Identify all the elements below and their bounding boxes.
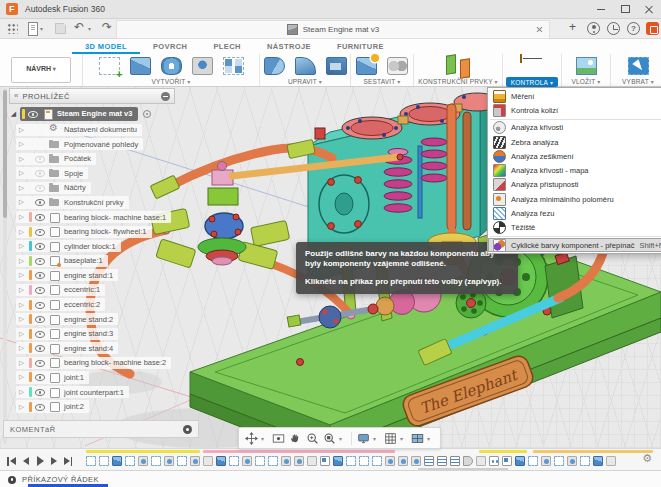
- zoom-icon[interactable]: [305, 431, 320, 446]
- create-group-label[interactable]: VYTVOŘIT: [151, 78, 190, 85]
- insert-group-label[interactable]: VLOŽIT: [571, 78, 600, 85]
- visibility-eye-icon[interactable]: [35, 357, 46, 368]
- expand-arrow[interactable]: [17, 330, 26, 338]
- menu-item[interactable]: Analýza zešikmení: [488, 149, 661, 163]
- joint-icon[interactable]: [385, 55, 410, 77]
- expand-arrow[interactable]: [17, 242, 26, 250]
- visibility-eye-icon[interactable]: [35, 226, 46, 237]
- expand-arrow[interactable]: [17, 403, 26, 411]
- new-component-icon[interactable]: [354, 55, 379, 77]
- visibility-eye-icon[interactable]: [35, 401, 46, 412]
- timeline-feature-icon[interactable]: [359, 456, 369, 466]
- revolve-icon[interactable]: [159, 55, 184, 77]
- browser-item[interactable]: Počátek: [16, 153, 96, 165]
- menu-item[interactable]: Měření I: [488, 89, 661, 103]
- browser-item[interactable]: baseplate:1: [16, 255, 108, 267]
- browser-item[interactable]: Konstrukční prvky: [16, 196, 129, 208]
- app-grid-icon[interactable]: [5, 21, 20, 36]
- timeline-feature-icon[interactable]: [203, 456, 213, 466]
- browser-item[interactable]: eccentric:2: [16, 298, 105, 310]
- timeline-feature-icon[interactable]: [528, 456, 538, 466]
- expand-arrow[interactable]: [17, 315, 26, 323]
- display-settings-caret[interactable]: [373, 435, 381, 442]
- comments-bar[interactable]: KOMENTáŘ: [3, 420, 199, 438]
- shell-icon[interactable]: [324, 55, 349, 77]
- browser-item[interactable]: engine stand:1: [16, 269, 118, 281]
- visibility-eye-icon[interactable]: [35, 168, 46, 179]
- minimize-button[interactable]: [589, 0, 613, 18]
- expand-arrow[interactable]: [17, 169, 26, 177]
- browser-item[interactable]: engine stand:2: [16, 313, 118, 325]
- hole-icon[interactable]: [190, 55, 215, 77]
- browser-options-icon[interactable]: [161, 92, 170, 101]
- expand-arrow[interactable]: [17, 286, 26, 294]
- create-sketch-icon[interactable]: [97, 55, 122, 77]
- select-group-label[interactable]: VYBRAT: [622, 78, 654, 85]
- timeline-feature-icon[interactable]: [86, 456, 96, 466]
- orbit-icon[interactable]: [244, 431, 259, 446]
- visibility-eye-icon[interactable]: [35, 255, 46, 266]
- timeline-feature-icon[interactable]: [476, 456, 486, 466]
- ribbon-tab[interactable]: 3D MODEL: [72, 39, 140, 54]
- insert-image-icon[interactable]: [574, 55, 599, 77]
- timeline-feature-icon[interactable]: [216, 456, 226, 466]
- timeline-feature-icon[interactable]: [437, 456, 447, 466]
- viewports-icon[interactable]: [410, 431, 425, 446]
- expand-arrow[interactable]: [17, 126, 26, 134]
- grid-snap-caret[interactable]: [400, 435, 408, 442]
- timeline-settings-gear-icon[interactable]: [642, 452, 652, 465]
- timeline-feature-icon[interactable]: [346, 456, 356, 466]
- play-button[interactable]: [34, 455, 45, 466]
- inspect-group-button[interactable]: KONTROLA: [506, 77, 558, 87]
- undo-icon[interactable]: [73, 21, 88, 36]
- browser-item[interactable]: joint counterpart:1: [16, 386, 129, 398]
- browser-item[interactable]: bearing block- machine base:1: [16, 211, 171, 223]
- ribbon-tab[interactable]: PLECH: [200, 39, 253, 54]
- timeline-feature-icon[interactable]: [125, 456, 135, 466]
- close-button[interactable]: [637, 0, 661, 18]
- timeline-feature-icon[interactable]: [190, 456, 200, 466]
- pan-icon[interactable]: [288, 431, 303, 446]
- press-pull-icon[interactable]: [262, 55, 287, 77]
- expand-arrow[interactable]: [17, 344, 26, 352]
- modify-group-label[interactable]: UPRAVIT: [288, 78, 322, 85]
- expand-arrow[interactable]: [9, 110, 18, 118]
- timeline-feature-icon[interactable]: [606, 456, 616, 466]
- menu-item[interactable]: Analýza křivosti - mapa: [488, 163, 661, 177]
- browser-item[interactable]: joint:2: [16, 400, 89, 412]
- new-document-tab-button[interactable]: [566, 21, 581, 36]
- timeline-feature-icon[interactable]: [242, 456, 252, 466]
- browser-item[interactable]: bearing block- machine base:2: [16, 357, 171, 369]
- timeline-feature-icon[interactable]: [320, 456, 330, 466]
- go-to-end-button[interactable]: [62, 455, 73, 466]
- visibility-eye-icon[interactable]: [35, 284, 46, 295]
- timeline-feature-icon[interactable]: [385, 456, 395, 466]
- timeline-feature-icon[interactable]: [333, 456, 343, 466]
- visibility-eye-icon[interactable]: [35, 182, 46, 193]
- expand-arrow[interactable]: [17, 213, 26, 221]
- timeline-feature-icon[interactable]: [515, 456, 525, 466]
- design-menu-button[interactable]: NÁVRH: [11, 57, 71, 83]
- timeline-feature-icon[interactable]: [411, 456, 421, 466]
- menu-item[interactable]: Analýza řezu: [488, 206, 661, 220]
- zoom-window-icon[interactable]: [322, 431, 337, 446]
- visibility-eye-icon[interactable]: [35, 212, 46, 223]
- menu-item[interactable]: Zebra analýza: [488, 135, 661, 149]
- maximize-button[interactable]: [613, 0, 637, 18]
- fillet-icon[interactable]: [293, 55, 318, 77]
- menu-item[interactable]: Kontrola kolizí: [488, 103, 661, 117]
- extrude-icon[interactable]: [128, 55, 153, 77]
- document-tab[interactable]: Steam Engine mat v3: [116, 20, 550, 39]
- timeline-feature-icon[interactable]: [307, 456, 317, 466]
- browser-item[interactable]: joint:1: [16, 371, 89, 383]
- browser-item[interactable]: engine stand:3: [16, 328, 118, 340]
- root-component-pill[interactable]: Steam Engine mat v3: [20, 107, 138, 121]
- timeline-feature-icon[interactable]: [463, 456, 473, 466]
- menu-item[interactable]: Cyklické barvy komponent - přepínač Shif…: [488, 238, 661, 252]
- expand-arrow[interactable]: [17, 198, 26, 206]
- expand-arrow[interactable]: [17, 155, 26, 163]
- help-icon[interactable]: [626, 21, 641, 36]
- timeline-feature-icon[interactable]: [541, 456, 551, 466]
- activate-component-radio[interactable]: [142, 109, 152, 119]
- zoom-window-caret[interactable]: [339, 435, 347, 442]
